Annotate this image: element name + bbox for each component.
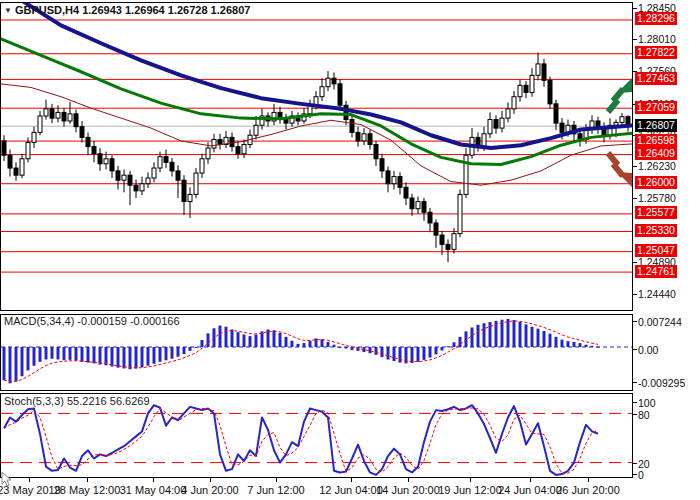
time-tick-mark bbox=[210, 478, 211, 482]
macd-tick-mark bbox=[633, 349, 637, 350]
stoch-tick-mark bbox=[633, 402, 637, 403]
price-level-badge: 1.27463 bbox=[635, 72, 677, 85]
macd-tick-mark bbox=[633, 382, 637, 383]
price-level-badge: 1.26598 bbox=[635, 134, 677, 147]
price-tick-mark bbox=[633, 198, 637, 199]
chart-title: ▼GBPUSD,H4 1.26943 1.26964 1.26728 1.268… bbox=[4, 4, 250, 16]
price-level-badge: 1.24761 bbox=[635, 265, 677, 278]
chart-marker-icon: ▼ bbox=[4, 6, 12, 15]
price-tick-mark bbox=[633, 8, 637, 9]
stochastic-label: Stoch(5,3,3) 55.2216 56.6269 bbox=[4, 395, 150, 407]
time-tick-mark bbox=[351, 478, 352, 482]
price-tick-mark bbox=[633, 39, 637, 40]
time-axis-label: 12 Jun 04:00 bbox=[319, 484, 383, 496]
price-level-badge: 1.27059 bbox=[635, 101, 677, 114]
price-tick-mark bbox=[633, 166, 637, 167]
macd-axis-label: 0.007244 bbox=[638, 316, 682, 328]
time-axis-label: 24 Jun 04:00 bbox=[498, 484, 562, 496]
time-tick-mark bbox=[87, 478, 88, 482]
time-tick-mark bbox=[29, 478, 30, 482]
price-tick-label: 1.26230 bbox=[638, 160, 676, 172]
time-axis-label: 26 Jun 20:00 bbox=[556, 484, 620, 496]
time-axis-label: 19 Jun 12:00 bbox=[438, 484, 502, 496]
price-tick-label: 1.25780 bbox=[638, 192, 676, 204]
price-level-badge: 1.25577 bbox=[635, 206, 677, 219]
trading-chart-window: ▼GBPUSD,H4 1.26943 1.26964 1.26728 1.268… bbox=[0, 0, 700, 500]
price-level-badge: 1.27822 bbox=[635, 46, 677, 59]
time-axis-label: 4 Jun 20:00 bbox=[181, 484, 239, 496]
macd-axis-label: -0.009295 bbox=[638, 377, 685, 389]
price-tick-label: 1.24440 bbox=[638, 288, 676, 300]
stoch-main-line bbox=[4, 405, 598, 475]
chart-title-text: GBPUSD,H4 1.26943 1.26964 1.26728 1.2680… bbox=[15, 4, 250, 16]
price-level-badge: 1.25047 bbox=[635, 244, 677, 257]
macd-histogram-group bbox=[3, 319, 600, 383]
time-tick-mark bbox=[153, 478, 154, 482]
main-price-panel[interactable] bbox=[0, 2, 633, 311]
macd-axis-label: 0.00 bbox=[638, 344, 658, 356]
stoch-axis-label: 80 bbox=[638, 409, 650, 421]
time-tick-mark bbox=[470, 478, 471, 482]
stoch-axis-label: 100 bbox=[638, 397, 656, 409]
time-axis-label: 7 Jun 12:00 bbox=[247, 484, 305, 496]
price-level-badge: 1.28296 bbox=[635, 12, 677, 25]
price-level-badge: 1.25330 bbox=[635, 224, 677, 237]
time-axis[interactable]: 23 May 201928 May 12:0031 May 04:004 Jun… bbox=[0, 478, 700, 500]
time-axis-label: 28 May 12:00 bbox=[54, 484, 121, 496]
price-axis[interactable]: 1.284501.280101.275601.271101.266701.262… bbox=[633, 0, 700, 500]
up-scenario-arrow bbox=[608, 75, 632, 112]
time-tick-mark bbox=[530, 478, 531, 482]
level-lines-group bbox=[1, 20, 632, 272]
time-axis-label: 31 May 04:00 bbox=[120, 484, 187, 496]
down-scenario-arrow bbox=[608, 153, 632, 190]
candles-group bbox=[2, 53, 630, 263]
stoch-tick-mark bbox=[633, 414, 637, 415]
price-tick-mark bbox=[633, 294, 637, 295]
stoch-tick-mark bbox=[633, 474, 637, 475]
macd-tick-mark bbox=[633, 321, 637, 322]
time-axis-label: 14 Jun 20:00 bbox=[376, 484, 440, 496]
candlestick-chart-canvas bbox=[1, 3, 632, 310]
price-level-badge: 1.26000 bbox=[635, 176, 677, 189]
current-price-badge: 1.26807 bbox=[635, 119, 677, 132]
price-tick-label: 1.28010 bbox=[638, 33, 676, 45]
price-tick-mark bbox=[633, 262, 637, 263]
price-level-badge: 1.26409 bbox=[635, 147, 677, 160]
time-tick-mark bbox=[276, 478, 277, 482]
stoch-tick-mark bbox=[633, 463, 637, 464]
macd-label: MACD(5,34,4) -0.000159 -0.000166 bbox=[4, 315, 180, 327]
time-tick-mark bbox=[408, 478, 409, 482]
mouse-cursor-icon bbox=[1, 471, 13, 487]
time-tick-mark bbox=[588, 478, 589, 482]
